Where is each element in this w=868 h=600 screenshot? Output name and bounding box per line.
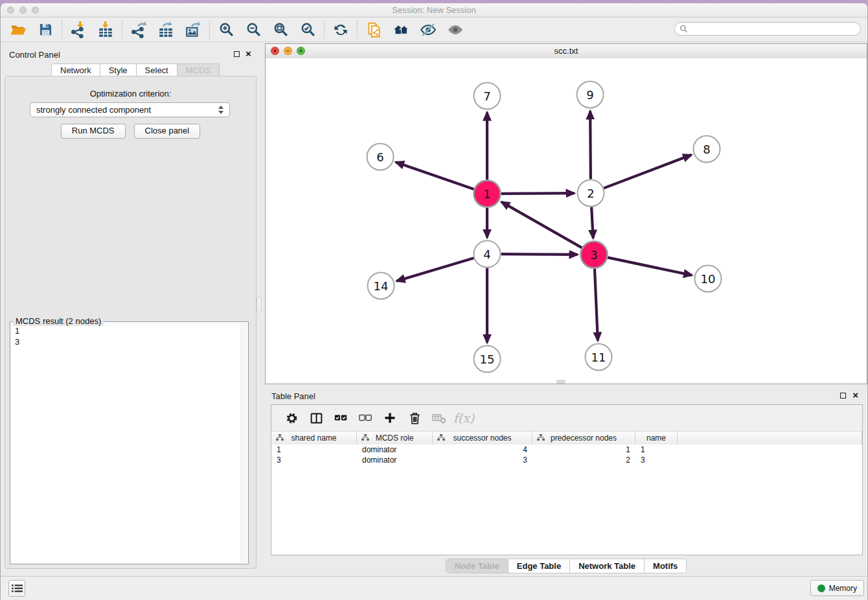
- search-input[interactable]: [691, 24, 849, 34]
- checked-boxes-icon: [334, 411, 348, 425]
- export-network-icon: [130, 21, 147, 38]
- table-row[interactable]: 3dominator323: [271, 455, 862, 465]
- cell[interactable]: 3: [635, 455, 678, 465]
- cell[interactable]: 2: [532, 455, 635, 465]
- show-details-button[interactable]: [442, 20, 469, 40]
- edge-3-10[interactable]: [608, 257, 692, 275]
- edge-4-14[interactable]: [396, 258, 474, 281]
- edge-3-1[interactable]: [501, 202, 582, 248]
- table-settings-button[interactable]: [279, 408, 304, 428]
- close-table-panel-icon[interactable]: ×: [852, 391, 858, 399]
- float-panel-icon[interactable]: [234, 51, 240, 57]
- table-tab-group: Node TableEdge TableNetwork TableMotifs: [446, 559, 687, 573]
- mcds-result-text[interactable]: 1 3: [11, 324, 240, 563]
- memory-status-icon: [817, 584, 825, 592]
- edge-2-9[interactable]: [590, 111, 591, 179]
- toolbar-divider: [209, 21, 210, 39]
- export-image-button[interactable]: [179, 20, 207, 40]
- mcds-result-scrollbar[interactable]: [240, 323, 247, 563]
- column-header-name[interactable]: name: [635, 432, 678, 444]
- float-table-panel-icon[interactable]: [840, 393, 846, 398]
- fx-icon: f(x): [453, 411, 475, 425]
- edge-2-3[interactable]: [591, 207, 593, 238]
- toolbar-divider: [357, 21, 358, 39]
- apply-layout-button[interactable]: [327, 20, 354, 40]
- edge-1-6[interactable]: [396, 162, 474, 189]
- create-column-button[interactable]: [378, 408, 402, 428]
- cell[interactable]: 3: [433, 455, 532, 465]
- cell[interactable]: 1: [635, 444, 678, 455]
- zoom-selected-button[interactable]: [294, 20, 321, 40]
- open-session-button[interactable]: [5, 20, 32, 40]
- edge-1-2[interactable]: [501, 193, 574, 194]
- deselect-all-rows-button[interactable]: [353, 408, 378, 428]
- tab-edge-table[interactable]: Edge Table: [508, 559, 569, 573]
- delete-table-button[interactable]: [427, 408, 451, 428]
- table-panel-tabs: Node TableEdge TableNetwork TableMotifs: [265, 559, 867, 573]
- zoom-in-icon: [218, 21, 234, 38]
- main-area: Control Panel × NetworkStyleSelectMCDS O…: [1, 42, 867, 577]
- import-table-button[interactable]: [92, 20, 119, 40]
- status-bar: Memory: [1, 576, 867, 600]
- tab-node-table[interactable]: Node Table: [446, 559, 508, 573]
- table-rows: 1dominator4113dominator323: [271, 444, 862, 555]
- zoom-in-button[interactable]: [212, 20, 240, 40]
- zoom-fit-button[interactable]: [267, 20, 294, 40]
- column-visibility-button[interactable]: [304, 408, 328, 428]
- table-header-row: shared nameMCDS rolesuccessor nodesprede…: [271, 432, 862, 444]
- optimization-criterion-select[interactable]: strongly connected component: [30, 102, 230, 117]
- search-field[interactable]: [674, 22, 861, 36]
- import-network-button[interactable]: [65, 20, 92, 40]
- close-panel-icon[interactable]: ×: [246, 50, 251, 58]
- table-row[interactable]: 1dominator411: [271, 444, 862, 455]
- edge-3-11[interactable]: [595, 268, 598, 340]
- task-history-button[interactable]: [8, 580, 25, 597]
- cell[interactable]: dominator: [357, 455, 433, 465]
- close-panel-button[interactable]: Close panel: [134, 124, 201, 139]
- column-header-MCDS-role[interactable]: MCDS role: [357, 432, 433, 444]
- edge-2-8[interactable]: [604, 155, 691, 188]
- export-image-icon: [185, 21, 201, 38]
- tab-network-table[interactable]: Network Table: [569, 559, 644, 573]
- panel-splitter-handle[interactable]: [257, 297, 262, 312]
- column-header-shared-name[interactable]: shared name: [271, 432, 357, 444]
- clone-network-button[interactable]: [360, 20, 387, 40]
- node-table: f(x) shared nameMCDS rolesuccessor nodes…: [271, 404, 863, 555]
- delete-column-button[interactable]: [402, 408, 427, 428]
- hide-details-button[interactable]: [415, 20, 442, 40]
- save-session-button[interactable]: [32, 20, 59, 40]
- network-hscroll-thumb[interactable]: [556, 380, 565, 384]
- graph-node-label-10: 10: [701, 272, 716, 286]
- run-mcds-button[interactable]: Run MCDS: [61, 124, 126, 139]
- tab-mcds[interactable]: MCDS: [177, 63, 220, 77]
- export-network-button[interactable]: [125, 20, 152, 40]
- select-all-rows-button[interactable]: [328, 408, 353, 428]
- memory-button[interactable]: Memory: [810, 580, 864, 596]
- network-view-window: × − + scc.txt 7968124314101511: [265, 43, 867, 384]
- tab-network[interactable]: Network: [51, 63, 100, 77]
- network-graph[interactable]: 7968124314101511: [266, 58, 867, 384]
- network-window-titlebar: × − + scc.txt: [266, 44, 867, 59]
- cell[interactable]: 4: [433, 444, 532, 455]
- first-neighbors-button[interactable]: [387, 20, 415, 40]
- export-table-button[interactable]: [152, 20, 179, 40]
- network-canvas[interactable]: 7968124314101511: [266, 58, 867, 384]
- cell[interactable]: 1: [532, 444, 635, 455]
- graph-node-label-14: 14: [374, 279, 389, 293]
- control-panel-tabs: NetworkStyleSelectMCDS: [51, 63, 220, 77]
- graph-node-label-1: 1: [483, 187, 490, 201]
- cell[interactable]: dominator: [357, 444, 433, 455]
- column-header-successor-nodes[interactable]: successor nodes: [433, 432, 532, 444]
- search-icon: [680, 25, 688, 33]
- graph-node-label-11: 11: [591, 351, 606, 364]
- column-header-predecessor-nodes[interactable]: predecessor nodes: [532, 432, 635, 444]
- tab-style[interactable]: Style: [100, 63, 137, 77]
- zoom-out-button[interactable]: [240, 20, 267, 40]
- tab-select[interactable]: Select: [137, 63, 177, 77]
- tab-motifs[interactable]: Motifs: [644, 559, 686, 573]
- cell[interactable]: 1: [271, 444, 357, 455]
- function-builder-button[interactable]: f(x): [451, 408, 476, 428]
- cell[interactable]: 3: [271, 455, 357, 465]
- edge-4-3[interactable]: [501, 254, 577, 255]
- zoom-out-icon: [246, 21, 262, 38]
